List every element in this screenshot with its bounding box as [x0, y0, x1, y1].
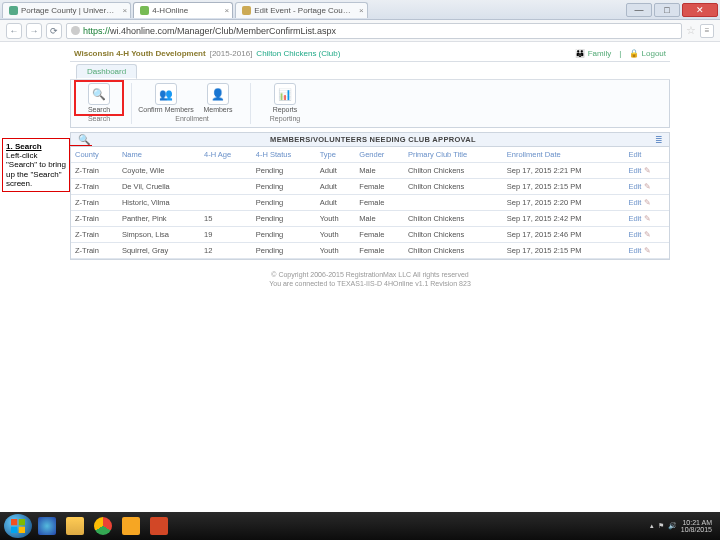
col-county[interactable]: County: [71, 147, 118, 163]
ribbon-group-reporting: 📊 Reports Reporting: [263, 83, 317, 124]
cell-gender: Female: [355, 179, 404, 195]
cell-age: 15: [200, 211, 252, 227]
logout-link[interactable]: 🔒 Logout: [629, 49, 666, 58]
cell-county: Z-Train: [71, 243, 118, 259]
callout-leader-line: [70, 145, 92, 147]
panel-search-icon[interactable]: 🔍: [74, 134, 94, 145]
taskbar-explorer[interactable]: [62, 514, 88, 538]
col-club[interactable]: Primary Club Title: [404, 147, 503, 163]
tray-up-icon[interactable]: ▴: [650, 522, 654, 530]
cell-type: Adult: [316, 163, 356, 179]
favicon: [140, 6, 149, 15]
ribbon-label: Reports: [273, 106, 298, 113]
cell-gender: Male: [355, 211, 404, 227]
svg-rect-1: [19, 519, 25, 525]
windows-logo-icon: [11, 519, 25, 533]
cell-age: 12: [200, 243, 252, 259]
taskbar-ie[interactable]: [34, 514, 60, 538]
col-type[interactable]: Type: [316, 147, 356, 163]
cell-type: Youth: [316, 243, 356, 259]
address-bar[interactable]: https:// wi.4honline.com/Manager/Club/Me…: [66, 23, 682, 39]
cell-type: Adult: [316, 179, 356, 195]
tab-close-icon[interactable]: ×: [225, 6, 230, 15]
ribbon-label: Members: [203, 106, 232, 113]
table-header-row: County Name 4-H Age 4-H Status Type Gend…: [71, 147, 669, 163]
col-status[interactable]: 4-H Status: [252, 147, 316, 163]
window-close-button[interactable]: ✕: [682, 3, 718, 17]
edit-link[interactable]: Edit ✎: [629, 166, 651, 175]
pencil-icon: ✎: [641, 166, 650, 175]
chart-icon: 📊: [274, 83, 296, 105]
edit-link[interactable]: Edit ✎: [629, 230, 651, 239]
ribbon-group-label: Search: [88, 115, 110, 122]
cell-age: [200, 163, 252, 179]
edit-link[interactable]: Edit ✎: [629, 198, 651, 207]
cell-county: Z-Train: [71, 195, 118, 211]
col-enroll[interactable]: Enrollment Date: [503, 147, 625, 163]
svg-rect-0: [11, 519, 17, 525]
cell-enroll: Sep 17, 2015 2:20 PM: [503, 195, 625, 211]
col-gender[interactable]: Gender: [355, 147, 404, 163]
col-name[interactable]: Name: [118, 147, 200, 163]
tray-volume-icon[interactable]: 🔊: [668, 522, 677, 530]
person-icon: 👤: [207, 83, 229, 105]
table-row: Z-TrainSquirrel, Gray12PendingYouthFemal…: [71, 243, 669, 259]
cell-name: De Vil, Cruella: [118, 179, 200, 195]
tray-flag-icon[interactable]: ⚑: [658, 522, 664, 530]
nav-forward-button[interactable]: →: [26, 23, 42, 39]
chrome-menu-icon[interactable]: ≡: [700, 24, 714, 38]
ribbon-reports-button[interactable]: 📊 Reports: [263, 83, 307, 113]
ribbon-group-search: 🔍 Search Search: [77, 83, 132, 124]
url-rest: wi.4honline.com/Manager/Club/MemberConfi…: [110, 26, 336, 36]
favicon: [9, 6, 18, 15]
browser-tab[interactable]: Portage County | Univer… ×: [2, 2, 131, 18]
cell-status: Pending: [252, 163, 316, 179]
taskbar-powerpoint[interactable]: [146, 514, 172, 538]
cell-edit: Edit ✎: [625, 179, 669, 195]
ribbon-search-button[interactable]: 🔍 Search: [77, 83, 121, 113]
start-button[interactable]: [4, 514, 32, 538]
edit-link[interactable]: Edit ✎: [629, 182, 651, 191]
tab-close-icon[interactable]: ×: [123, 6, 128, 15]
page-footer: © Copyright 2006-2015 RegistrationMax LL…: [70, 270, 670, 288]
tab-label: Portage County | Univer…: [21, 6, 114, 15]
window-min-button[interactable]: —: [626, 3, 652, 17]
system-clock[interactable]: 10:21 AM 10/8/2015: [681, 519, 712, 533]
reload-button[interactable]: ⟳: [46, 23, 62, 39]
cell-age: 19: [200, 227, 252, 243]
col-age[interactable]: 4-H Age: [200, 147, 252, 163]
taskbar-chrome[interactable]: [90, 514, 116, 538]
cell-status: Pending: [252, 179, 316, 195]
tab-close-icon[interactable]: ×: [359, 6, 364, 15]
tab-dashboard[interactable]: Dashboard: [76, 64, 137, 79]
cell-age: [200, 179, 252, 195]
panel-lines-icon[interactable]: ≣: [652, 135, 666, 145]
favicon: [242, 6, 251, 15]
clock-date: 10/8/2015: [681, 526, 712, 533]
cell-edit: Edit ✎: [625, 211, 669, 227]
cell-type: Youth: [316, 211, 356, 227]
cell-enroll: Sep 17, 2015 2:21 PM: [503, 163, 625, 179]
cell-club: Chilton Chickens: [404, 211, 503, 227]
browser-tab[interactable]: 4-HOnline ×: [133, 2, 233, 18]
browser-tab[interactable]: Edit Event - Portage Cou… ×: [235, 2, 368, 18]
edit-link[interactable]: Edit ✎: [629, 214, 651, 223]
ribbon-members-button[interactable]: 👤 Members: [196, 83, 240, 113]
windows-taskbar: ▴ ⚑ 🔊 10:21 AM 10/8/2015: [0, 512, 720, 540]
ribbon-confirm-button[interactable]: 👥 Confirm Members: [144, 83, 188, 113]
cell-status: Pending: [252, 211, 316, 227]
pencil-icon: ✎: [641, 246, 650, 255]
family-link[interactable]: 👪 Family: [575, 49, 611, 58]
panel-header: 🔍 MEMBERS/VOLUNTEERS NEEDING CLUB APPROV…: [71, 133, 669, 147]
taskbar-outlook[interactable]: [118, 514, 144, 538]
tab-label: 4-HOnline: [152, 6, 188, 15]
url-scheme: https://: [83, 26, 110, 36]
table-row: Z-TrainHistoric, VilmaPendingAdultFemale…: [71, 195, 669, 211]
cell-enroll: Sep 17, 2015 2:15 PM: [503, 179, 625, 195]
cell-gender: Female: [355, 227, 404, 243]
edit-link[interactable]: Edit ✎: [629, 246, 651, 255]
nav-back-button[interactable]: ←: [6, 23, 22, 39]
bookmark-star-icon[interactable]: ☆: [686, 24, 696, 37]
window-max-button[interactable]: □: [654, 3, 680, 17]
cell-gender: Female: [355, 195, 404, 211]
